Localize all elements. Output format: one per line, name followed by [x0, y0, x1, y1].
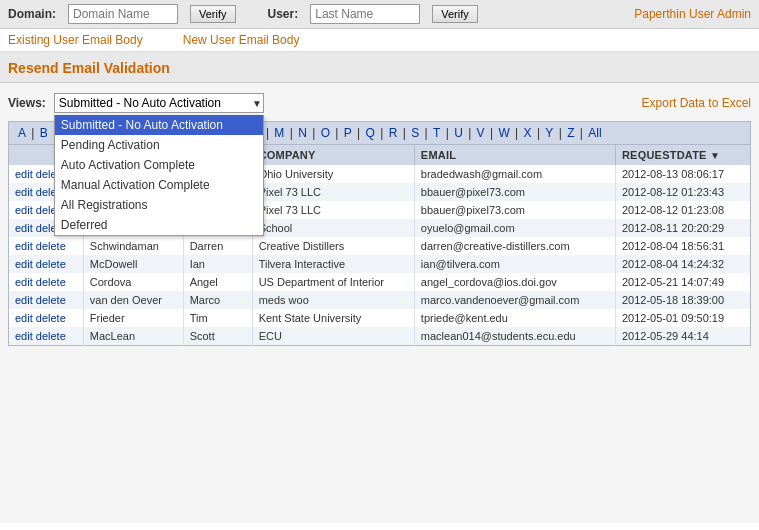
existing-user-email-link[interactable]: Existing User Email Body — [8, 33, 143, 47]
edit-link[interactable]: edit — [15, 258, 33, 270]
actions-cell: edit delete — [9, 327, 84, 346]
email-cell: bbauer@pixel73.com — [414, 183, 615, 201]
alpha-separator: | — [421, 126, 431, 140]
dropdown-item[interactable]: Pending Activation — [55, 135, 263, 155]
alpha-separator: | — [442, 126, 452, 140]
date-cell: 2012-05-18 18:39:00 — [615, 291, 750, 309]
export-excel-link[interactable]: Export Data to Excel — [642, 96, 751, 110]
email-cell: tpriede@kent.edu — [414, 309, 615, 327]
alpha-filter-v[interactable]: V — [477, 126, 485, 140]
delete-link[interactable]: delete — [36, 330, 66, 342]
edit-link[interactable]: edit — [15, 276, 33, 288]
company-cell: School — [252, 219, 414, 237]
table-row: edit deleteFriederTimKent State Universi… — [9, 309, 751, 327]
views-select[interactable]: Submitted - No Auto ActivationPending Ac… — [54, 93, 264, 113]
alpha-filter-r[interactable]: R — [389, 126, 398, 140]
last-cell: McDowell — [83, 255, 183, 273]
user-input[interactable] — [310, 4, 420, 24]
company-cell: Creative Distillers — [252, 237, 414, 255]
alpha-filter-u[interactable]: U — [454, 126, 463, 140]
dropdown-item[interactable]: Deferred — [55, 215, 263, 235]
email-cell: angel_cordova@ios.doi.gov — [414, 273, 615, 291]
edit-link[interactable]: edit — [15, 240, 33, 252]
edit-link[interactable]: edit — [15, 330, 33, 342]
alpha-filter-p[interactable]: P — [344, 126, 352, 140]
domain-verify-button[interactable]: Verify — [190, 5, 236, 23]
company-cell: meds woo — [252, 291, 414, 309]
col-header: EMAIL — [414, 145, 615, 166]
delete-link[interactable]: delete — [36, 276, 66, 288]
company-cell: Tilvera Interactive — [252, 255, 414, 273]
alpha-separator: | — [28, 126, 38, 140]
alpha-filter-x[interactable]: X — [524, 126, 532, 140]
first-cell: Marco — [183, 291, 252, 309]
dropdown-item[interactable]: Manual Activation Complete — [55, 175, 263, 195]
alpha-filter-n[interactable]: N — [298, 126, 307, 140]
col-header: COMPANY — [252, 145, 414, 166]
domain-input[interactable] — [68, 4, 178, 24]
alpha-filter-y[interactable]: Y — [545, 126, 553, 140]
edit-link[interactable]: edit — [15, 168, 33, 180]
edit-link[interactable]: edit — [15, 204, 33, 216]
edit-link[interactable]: edit — [15, 222, 33, 234]
views-dropdown[interactable]: Submitted - No Auto ActivationPending Ac… — [54, 115, 264, 236]
edit-link[interactable]: edit — [15, 312, 33, 324]
admin-link[interactable]: Paperthin User Admin — [634, 7, 751, 21]
email-cell: darren@creative-distillers.com — [414, 237, 615, 255]
alpha-separator: | — [555, 126, 565, 140]
alpha-filter-b[interactable]: B — [40, 126, 48, 140]
links-bar: Existing User Email Body New User Email … — [0, 29, 759, 52]
dropdown-item[interactable]: All Registrations — [55, 195, 263, 215]
delete-link[interactable]: delete — [36, 294, 66, 306]
actions-cell: edit delete — [9, 237, 84, 255]
alpha-separator: | — [512, 126, 522, 140]
first-cell: Ian — [183, 255, 252, 273]
top-bar: Domain: Verify User: Verify Paperthin Us… — [0, 0, 759, 29]
email-cell: bbauer@pixel73.com — [414, 201, 615, 219]
edit-link[interactable]: edit — [15, 186, 33, 198]
views-select-wrapper: Submitted - No Auto ActivationPending Ac… — [54, 93, 264, 113]
company-cell: Pixel 73 LLC — [252, 183, 414, 201]
date-cell: 2012-08-13 08:06:17 — [615, 165, 750, 183]
alpha-filter-o[interactable]: O — [321, 126, 330, 140]
last-cell: van den Oever — [83, 291, 183, 309]
alpha-filter-a[interactable]: A — [18, 126, 26, 140]
email-cell: maclean014@students.ecu.edu — [414, 327, 615, 346]
alpha-separator: | — [534, 126, 544, 140]
alpha-filter-w[interactable]: W — [498, 126, 509, 140]
alpha-filter-s[interactable]: S — [411, 126, 419, 140]
table-row: edit deletevan den OeverMarcomeds woomar… — [9, 291, 751, 309]
table-row: edit deleteMcDowellIanTilvera Interactiv… — [9, 255, 751, 273]
col-header[interactable]: REQUESTDATE ▼ — [615, 145, 750, 166]
actions-cell: edit delete — [9, 309, 84, 327]
last-cell: Schwindaman — [83, 237, 183, 255]
first-cell: Scott — [183, 327, 252, 346]
alpha-filter-z[interactable]: Z — [567, 126, 574, 140]
alpha-separator: | — [377, 126, 387, 140]
date-cell: 2012-08-04 18:56:31 — [615, 237, 750, 255]
edit-link[interactable]: edit — [15, 294, 33, 306]
company-cell: US Department of Interior — [252, 273, 414, 291]
new-user-email-link[interactable]: New User Email Body — [183, 33, 300, 47]
date-cell: 2012-05-01 09:50:19 — [615, 309, 750, 327]
dropdown-item[interactable]: Auto Activation Complete — [55, 155, 263, 175]
dropdown-item[interactable]: Submitted - No Auto Activation — [55, 115, 263, 135]
email-cell: oyuelo@gmail.com — [414, 219, 615, 237]
alpha-filter-t[interactable]: T — [433, 126, 440, 140]
delete-link[interactable]: delete — [36, 258, 66, 270]
alpha-separator: | — [577, 126, 587, 140]
company-cell: Kent State University — [252, 309, 414, 327]
alpha-separator: | — [465, 126, 475, 140]
first-cell: Darren — [183, 237, 252, 255]
user-verify-button[interactable]: Verify — [432, 5, 478, 23]
actions-cell: edit delete — [9, 255, 84, 273]
alpha-separator: | — [263, 126, 273, 140]
alpha-filter-all[interactable]: All — [588, 126, 601, 140]
alpha-filter-q[interactable]: Q — [366, 126, 375, 140]
delete-link[interactable]: delete — [36, 312, 66, 324]
page-title: Resend Email Validation — [8, 60, 751, 76]
views-label: Views: — [8, 96, 46, 110]
delete-link[interactable]: delete — [36, 240, 66, 252]
sort-down-icon: ▼ — [710, 150, 720, 161]
alpha-filter-m[interactable]: M — [274, 126, 284, 140]
